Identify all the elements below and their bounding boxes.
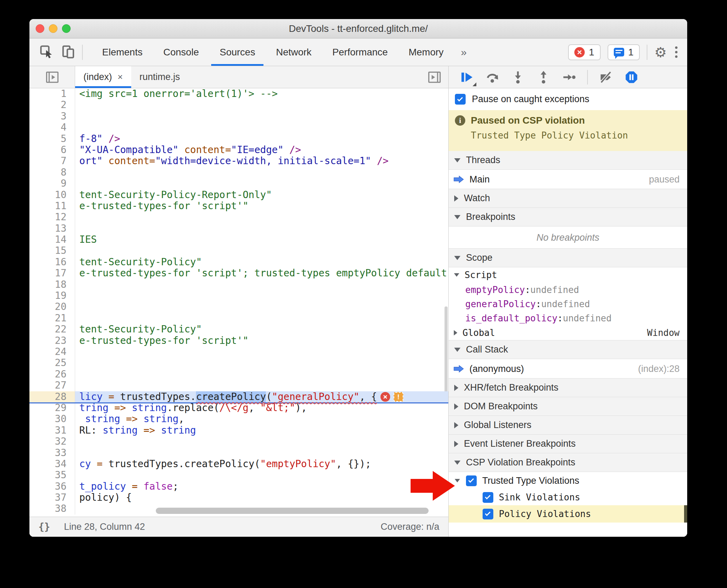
line-number[interactable]: 29 (29, 402, 75, 413)
line-number[interactable]: 14 (29, 234, 75, 245)
code-text[interactable] (75, 346, 448, 357)
line-number[interactable]: 7 (29, 155, 75, 167)
section-header-dom-breakpoints[interactable]: DOM Breakpoints (449, 397, 687, 416)
horizontal-scrollbar[interactable] (156, 508, 429, 514)
code-text[interactable] (75, 111, 448, 122)
scope-property-emptypolicy[interactable]: emptyPolicy: undefined (449, 283, 687, 297)
step-out-button[interactable] (536, 70, 551, 85)
code-text[interactable] (75, 245, 448, 256)
resume-script-button[interactable] (459, 70, 474, 85)
line-number[interactable]: 26 (29, 369, 75, 380)
tab-memory[interactable]: Memory (398, 38, 454, 66)
checkbox-checked[interactable] (466, 475, 477, 486)
breakpoint-toggle-trusted-type-violations[interactable]: Trusted Type Violations (449, 472, 687, 489)
breakpoint-toggle-sink-violations[interactable]: Sink Violations (449, 489, 687, 505)
vertical-scrollbar[interactable] (445, 306, 448, 397)
code-text[interactable]: string => string, (75, 413, 448, 425)
code-text[interactable]: "X-UA-Compatible" content="IE=edge" /> (75, 144, 448, 155)
checkbox-checked[interactable] (483, 509, 493, 519)
issues-count-badge[interactable]: 1 (608, 44, 640, 60)
line-number[interactable]: 16 (29, 257, 75, 268)
file-tab-index[interactable]: (index)× (75, 66, 131, 88)
line-number[interactable]: 34 (29, 458, 75, 470)
line-number[interactable]: 5 (29, 133, 75, 144)
code-text[interactable]: e-trusted-types-for 'script'" (75, 201, 448, 212)
line-number[interactable]: 35 (29, 470, 75, 481)
line-number[interactable]: 22 (29, 324, 75, 335)
scope-property-generalpolicy[interactable]: generalPolicy: undefined (449, 297, 687, 311)
code-text[interactable]: cy = trustedTypes.createPolicy("emptyPol… (75, 458, 448, 470)
error-count-badge[interactable]: × 1 (568, 44, 601, 60)
step-button[interactable] (562, 70, 577, 85)
section-header-scope[interactable]: Scope (449, 248, 687, 267)
line-number[interactable]: 3 (29, 111, 75, 122)
file-tab-runtime-js[interactable]: runtime.js (131, 66, 188, 88)
code-text[interactable]: t_policy = false; (75, 481, 448, 492)
section-header-global-listeners[interactable]: Global Listeners (449, 416, 687, 435)
code-text[interactable]: e-trusted-types-for 'script'; trusted-ty… (75, 268, 448, 279)
line-number[interactable]: 18 (29, 279, 75, 290)
settings-gear-icon[interactable]: ⚙ (654, 45, 667, 59)
line-number[interactable]: 21 (29, 313, 75, 324)
step-into-button[interactable] (510, 70, 526, 85)
code-text[interactable] (75, 357, 448, 368)
pretty-print-icon[interactable]: {} (38, 521, 50, 533)
code-text[interactable]: ort" content="width=device-width, initia… (75, 155, 448, 167)
line-number[interactable]: 27 (29, 380, 75, 391)
section-header-breakpoints[interactable]: Breakpoints (449, 207, 687, 226)
line-number[interactable]: 15 (29, 245, 75, 256)
line-number[interactable]: 30 (29, 413, 75, 425)
code-text[interactable] (75, 279, 448, 290)
step-over-button[interactable] (485, 70, 500, 85)
show-navigator-icon[interactable] (29, 66, 75, 88)
call-stack-frame-anonymous[interactable]: (anonymous)(index):28 (449, 359, 687, 378)
code-text[interactable]: tent-Security-Policy" (75, 257, 448, 268)
code-text[interactable] (75, 167, 448, 178)
code-text[interactable] (75, 122, 448, 133)
code-editor[interactable]: 1<img src=1 onerror='alert(1)'> -->2345f… (29, 88, 448, 517)
code-text[interactable] (75, 447, 448, 458)
line-number[interactable]: 23 (29, 335, 75, 346)
pause-on-caught-exceptions-row[interactable]: Pause on caught exceptions (449, 88, 687, 110)
code-text[interactable] (75, 380, 448, 391)
code-text[interactable]: IES (75, 234, 448, 245)
code-text[interactable] (75, 223, 448, 234)
code-text[interactable]: e-trusted-types-for 'script'" (75, 335, 448, 346)
tab-elements[interactable]: Elements (92, 38, 153, 66)
line-number[interactable]: 4 (29, 122, 75, 133)
line-number[interactable]: 6 (29, 144, 75, 155)
line-number[interactable]: 13 (29, 223, 75, 234)
section-header-csp-violation-breakpoints[interactable]: CSP Violation Breakpoints (449, 453, 687, 472)
section-header-threads[interactable]: Threads (449, 151, 687, 170)
code-text[interactable]: RL: string => string (75, 425, 448, 436)
scope-property-is-default-policy[interactable]: is_default_policy: undefined (449, 311, 687, 325)
code-text[interactable] (75, 436, 448, 447)
scope-node-script[interactable]: Script (449, 267, 687, 283)
section-header-xhr-fetch-breakpoints[interactable]: XHR/fetch Breakpoints (449, 378, 687, 397)
code-text[interactable]: <img src=1 onerror='alert(1)'> --> (75, 88, 448, 99)
tab-network[interactable]: Network (266, 38, 322, 66)
code-text[interactable] (75, 212, 448, 223)
deactivate-breakpoints-button[interactable] (598, 70, 613, 85)
line-number[interactable]: 17 (29, 268, 75, 279)
close-tab-icon[interactable]: × (118, 72, 123, 82)
code-text[interactable] (75, 470, 448, 481)
device-toolbar-icon[interactable] (61, 44, 76, 60)
code-text[interactable] (75, 369, 448, 380)
inspect-element-icon[interactable] (39, 44, 54, 60)
inline-warning-icon[interactable]: ! (394, 392, 403, 402)
tab-console[interactable]: Console (153, 38, 209, 66)
code-text[interactable]: licy = trustedTypes.createPolicy("genera… (75, 391, 448, 402)
line-number[interactable]: 20 (29, 301, 75, 312)
line-number[interactable]: 8 (29, 167, 75, 178)
code-text[interactable]: tent-Security-Policy-Report-Only" (75, 189, 448, 201)
hide-debugger-sidebar-icon[interactable] (428, 66, 448, 88)
code-text[interactable]: policy) { (75, 492, 448, 503)
line-number[interactable]: 31 (29, 425, 75, 436)
line-number[interactable]: 38 (29, 503, 75, 514)
section-header-event-listener-breakpoints[interactable]: Event Listener Breakpoints (449, 434, 687, 453)
more-options-icon[interactable] (674, 45, 679, 59)
inline-error-icon[interactable]: × (380, 392, 390, 402)
code-text[interactable]: f-8" /> (75, 133, 448, 144)
code-text[interactable] (75, 178, 448, 189)
